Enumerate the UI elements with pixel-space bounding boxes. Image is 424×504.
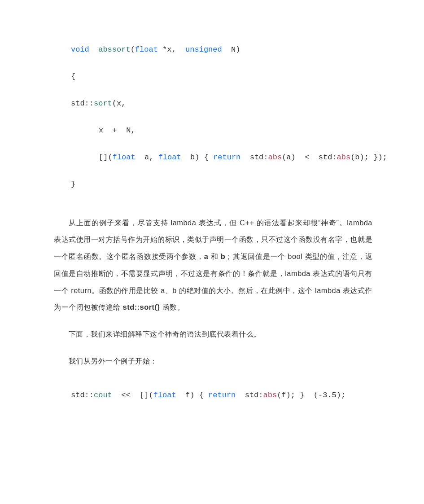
text: 下面，我们来详细解释下这个神奇的语法到底代表着什么。 [69, 330, 261, 338]
paren-open: ( [149, 391, 153, 399]
lambda-capture: [] [99, 153, 108, 162]
rest: (b); }); [350, 153, 387, 162]
arg: b [181, 153, 195, 162]
space [236, 391, 245, 399]
bold-sort: std::sort() [123, 303, 160, 311]
type-float: float [158, 153, 181, 162]
namespace: std [319, 153, 332, 162]
brace-block: ) { [190, 391, 208, 399]
scope-op: : [258, 391, 263, 399]
scope-op: :: [85, 391, 94, 399]
scope-op: : [263, 153, 268, 162]
bold-a: a [204, 252, 209, 260]
arg: N [222, 45, 236, 54]
code-line: [](float a, float b) { return std:abs(a)… [54, 153, 372, 163]
code-line: std::sort(x, [54, 99, 372, 109]
lambda-capture: [] [140, 391, 149, 399]
function-name: abs [268, 153, 282, 162]
function-name: cout [94, 391, 112, 399]
keyword-return: return [213, 153, 240, 162]
prose-section: 从上面的例子来看，尽管支持 lambda 表达式，但 C++ 的语法看起来却很“… [54, 215, 372, 370]
function-name: abs [337, 153, 351, 162]
paren-open: ( [108, 153, 112, 162]
expr: x + N, [99, 126, 136, 135]
namespace: std [250, 153, 264, 162]
bold-b: b [221, 252, 226, 260]
paragraph-1: 从上面的例子来看，尽管支持 lambda 表达式，但 C++ 的语法看起来却很“… [54, 215, 372, 316]
code-block-1: void abssort(float *x, unsigned N) { std… [54, 45, 372, 190]
rest: (a) < [282, 153, 319, 162]
stream-op: << [112, 391, 140, 399]
namespace: std [71, 391, 85, 399]
function-name: abs [263, 391, 277, 399]
space [240, 153, 249, 162]
paragraph-2: 下面，我们来详细解释下这个神奇的语法到底代表着什么。 [54, 326, 372, 343]
scope-op: : [332, 153, 337, 162]
space [89, 45, 98, 54]
arg: *x, [158, 45, 185, 54]
rest: (x, [112, 99, 126, 108]
document-page: void abssort(float *x, unsigned N) { std… [0, 0, 424, 418]
keyword-void: void [71, 45, 89, 54]
arg: f [176, 391, 190, 399]
text: ；其返回值是一个 bool 类型的值，注意，返回值是自动推断的，不需要显式声明，… [54, 252, 372, 311]
text: 函数。 [160, 303, 184, 311]
arg: a, [136, 153, 158, 162]
paragraph-3: 我们从另外一个例子开始： [54, 353, 372, 370]
code-line: std::cout << [](float f) { return std:ab… [71, 390, 372, 401]
text: 我们从另外一个例子开始： [69, 357, 157, 365]
namespace: std [71, 99, 85, 108]
scope-op: :: [85, 99, 94, 108]
keyword-return: return [208, 391, 236, 399]
text: 和 [208, 252, 220, 260]
brace-close: } [71, 180, 75, 188]
function-name: sort [94, 99, 112, 108]
function-name: abssort [98, 45, 130, 54]
code-line: void abssort(float *x, unsigned N) [54, 45, 372, 55]
type-float: float [135, 45, 158, 54]
type-unsigned: unsigned [185, 45, 222, 54]
brace-block: ) { [195, 153, 213, 162]
type-float: float [153, 391, 176, 399]
type-float: float [113, 153, 136, 162]
code-line: } [54, 180, 372, 190]
namespace: std [245, 391, 259, 399]
code-line: { [54, 72, 372, 82]
code-line: x + N, [54, 126, 372, 136]
paren-open: ( [131, 45, 135, 54]
rest: (f); } (-3.5); [277, 391, 345, 399]
paren-close: ) [236, 45, 240, 54]
code-block-2: std::cout << [](float f) { return std:ab… [54, 390, 372, 401]
brace-open: { [71, 72, 75, 81]
